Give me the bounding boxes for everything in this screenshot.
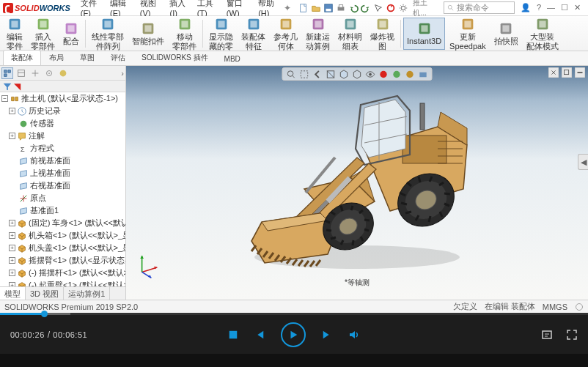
- tree-item-label: 上视基准面: [30, 168, 70, 179]
- expand-icon[interactable]: +: [9, 133, 15, 139]
- ribbon-button[interactable]: 编辑零件: [3, 18, 26, 50]
- svg-rect-39: [539, 21, 545, 28]
- tree-item[interactable]: +机头箱<1> (默认<<默认>_显示状态: [0, 229, 125, 242]
- tree-item[interactable]: Σ方程式: [0, 142, 125, 155]
- tree-item[interactable]: 前视基准面: [0, 155, 125, 167]
- volume-button[interactable]: [348, 329, 360, 341]
- redo-icon[interactable]: [361, 3, 371, 13]
- ribbon-tab[interactable]: 评估: [103, 50, 133, 65]
- feature-tree[interactable]: − 推土机 (默认<显示状态-1>) +历史记录传感器+注解Σ方程式前视基准面上…: [0, 92, 125, 286]
- ribbon-button[interactable]: 移动零部件: [169, 18, 200, 50]
- tree-item[interactable]: +摇摆臂<1> (默认<显示状态-1>): [0, 254, 125, 267]
- expand-icon[interactable]: +: [9, 270, 15, 276]
- filter-icon[interactable]: [2, 81, 12, 92]
- options-icon[interactable]: [398, 3, 408, 13]
- ribbon-button[interactable]: 材料明细表: [334, 18, 366, 50]
- ribbon-label: 插入零部件: [31, 32, 55, 50]
- graphics-viewport[interactable]: ◀: [126, 66, 588, 300]
- motion-study-tabs: 模型3D 视图运动算例1: [0, 286, 125, 300]
- viewport-close-icon[interactable]: [548, 67, 559, 78]
- fullscreen-button[interactable]: [566, 329, 578, 341]
- expand-icon[interactable]: +: [9, 245, 15, 251]
- play-button[interactable]: [281, 322, 306, 347]
- doc-tab[interactable]: 推土机...: [413, 0, 437, 18]
- ribbon-button[interactable]: 更新Speedpak: [446, 18, 490, 50]
- tree-item[interactable]: 基准面1: [0, 204, 125, 217]
- command-search[interactable]: 搜索命令: [444, 1, 515, 14]
- tree-item[interactable]: +注解: [0, 130, 125, 142]
- ribbon-button[interactable]: 新建运动算例: [302, 18, 334, 50]
- motion-tab[interactable]: 运动算例1: [64, 287, 110, 300]
- viewport-restore-icon[interactable]: [562, 67, 572, 78]
- tree-item[interactable]: 原点: [0, 192, 125, 204]
- display-manager-tab[interactable]: [57, 67, 69, 79]
- tree-item[interactable]: +历史记录: [0, 105, 125, 117]
- dimxpert-tab[interactable]: [43, 67, 55, 79]
- tree-item-label: 方程式: [30, 143, 54, 154]
- select-icon[interactable]: [373, 3, 383, 13]
- save-icon[interactable]: [323, 3, 334, 13]
- tree-item-icon: [17, 268, 27, 278]
- status-custom-icon[interactable]: [575, 303, 584, 311]
- tree-item[interactable]: +(-) 起重臂<1> (默认<<默认>_显示: [0, 279, 125, 286]
- ribbon-button[interactable]: 配合: [59, 18, 83, 50]
- ribbon-button[interactable]: 智能扣件: [128, 18, 168, 50]
- open-icon[interactable]: [311, 3, 321, 13]
- close-icon[interactable]: ✕: [574, 3, 581, 12]
- ribbon-label: 材料明细表: [338, 32, 362, 50]
- svg-rect-61: [420, 103, 425, 130]
- new-icon[interactable]: [298, 3, 309, 13]
- tree-tools-icon[interactable]: ◥: [14, 81, 21, 92]
- feature-tree-tab[interactable]: [1, 67, 13, 79]
- stop-button[interactable]: [228, 330, 238, 340]
- menu-expand-icon[interactable]: ✦: [284, 3, 291, 13]
- maximize-icon[interactable]: ☐: [561, 3, 568, 12]
- panel-collapse-icon[interactable]: ›: [121, 69, 124, 78]
- tree-item[interactable]: 传感器: [0, 117, 125, 130]
- ribbon-button[interactable]: 线性零部件阵列: [88, 18, 128, 50]
- expand-icon[interactable]: +: [9, 108, 15, 114]
- user-icon[interactable]: 👤: [521, 3, 531, 12]
- tree-item[interactable]: +(固定) 车身<1> (默认<<默认>_显示: [0, 217, 125, 229]
- prev-track-button[interactable]: [254, 330, 265, 340]
- motion-tab[interactable]: 3D 视图: [26, 287, 64, 300]
- ribbon-tab[interactable]: 布局: [41, 50, 72, 65]
- minimize-icon[interactable]: —: [547, 3, 555, 12]
- ribbon-button[interactable]: 拍快照: [490, 18, 522, 50]
- coordinate-triad[interactable]: [135, 250, 164, 279]
- ribbon-tab[interactable]: 装配体: [3, 50, 41, 65]
- svg-rect-2: [326, 8, 331, 11]
- svg-rect-0: [301, 4, 306, 12]
- rebuild-icon[interactable]: [386, 3, 396, 13]
- motion-tab[interactable]: 模型: [0, 287, 26, 300]
- collapse-icon[interactable]: −: [1, 95, 8, 102]
- tree-root[interactable]: − 推土机 (默认<显示状态-1>): [0, 92, 125, 105]
- expand-icon[interactable]: +: [9, 232, 15, 239]
- undo-icon[interactable]: [348, 3, 359, 13]
- expand-icon[interactable]: +: [9, 220, 15, 226]
- ribbon-button[interactable]: 参考几何体: [270, 18, 301, 50]
- tree-item[interactable]: +机头盖<1> (默认<<默认>_显示状态: [0, 242, 125, 254]
- task-pane-handle[interactable]: ◀: [578, 154, 588, 170]
- tree-item[interactable]: +(-) 摇摆杆<1> (默认<<默认>_显示状: [0, 267, 125, 279]
- note-button[interactable]: [541, 329, 553, 341]
- ribbon-tab[interactable]: SOLIDWORKS 插件: [133, 50, 216, 65]
- ribbon-button[interactable]: 装配体特征: [238, 18, 269, 50]
- ribbon-button[interactable]: 显示隐藏的零: [205, 18, 237, 50]
- next-track-button[interactable]: [322, 330, 332, 340]
- ribbon-tab[interactable]: 草图: [72, 50, 103, 65]
- ribbon-button[interactable]: 大型装配体模式: [523, 18, 562, 50]
- property-manager-tab[interactable]: [15, 67, 27, 79]
- help-icon[interactable]: ?: [537, 3, 541, 12]
- ribbon-button[interactable]: 爆炸视图: [367, 18, 398, 50]
- print-icon[interactable]: [336, 3, 346, 13]
- expand-icon[interactable]: +: [9, 257, 15, 264]
- ribbon-button[interactable]: Instant3D: [403, 18, 445, 50]
- config-manager-tab[interactable]: [29, 67, 41, 79]
- status-item: 欠定义: [453, 301, 477, 312]
- viewport-max-icon[interactable]: [575, 67, 585, 78]
- ribbon-tab[interactable]: MBD: [216, 52, 249, 65]
- tree-item[interactable]: 上视基准面: [0, 167, 125, 179]
- ribbon-button[interactable]: 插入零部件: [27, 18, 59, 50]
- tree-item[interactable]: 右视基准面: [0, 179, 125, 192]
